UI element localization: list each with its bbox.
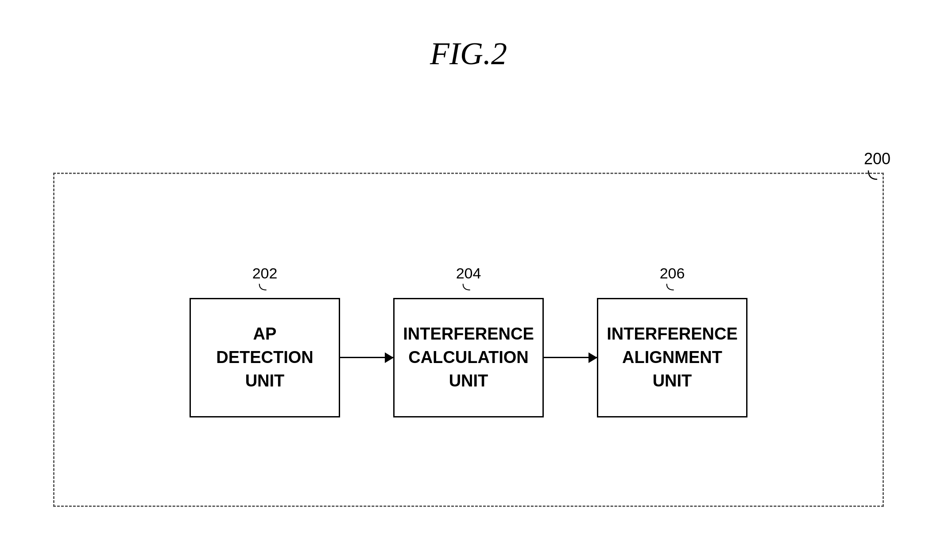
arrow-1 bbox=[340, 357, 393, 358]
bracket-206-icon bbox=[663, 282, 681, 292]
interference-alignment-unit-label: INTERFERENCE ALIGNMENT UNIT bbox=[607, 322, 738, 393]
interference-alignment-unit-block: INTERFERENCE ALIGNMENT UNIT bbox=[597, 298, 747, 417]
ap-detection-unit-block: AP DETECTION UNIT bbox=[190, 298, 340, 417]
bracket-204-icon bbox=[460, 282, 477, 292]
ref-204: 204 bbox=[456, 265, 481, 282]
ap-detection-unit-label: AP DETECTION UNIT bbox=[216, 322, 314, 393]
bracket-200-icon bbox=[864, 168, 886, 182]
ref-206: 206 bbox=[660, 265, 685, 282]
interference-calculation-unit-label: INTERFERENCE CALCULATION UNIT bbox=[403, 322, 534, 393]
page-container: FIG.2 200 202 AP DETECTION UNIT bbox=[0, 0, 937, 560]
figure-title: FIG.2 bbox=[430, 35, 507, 72]
interference-calculation-unit-block: INTERFERENCE CALCULATION UNIT bbox=[393, 298, 544, 417]
ref-200: 200 bbox=[864, 150, 891, 168]
ref-202: 202 bbox=[252, 265, 278, 282]
arrow-2 bbox=[544, 357, 597, 358]
bracket-202-icon bbox=[256, 282, 274, 292]
